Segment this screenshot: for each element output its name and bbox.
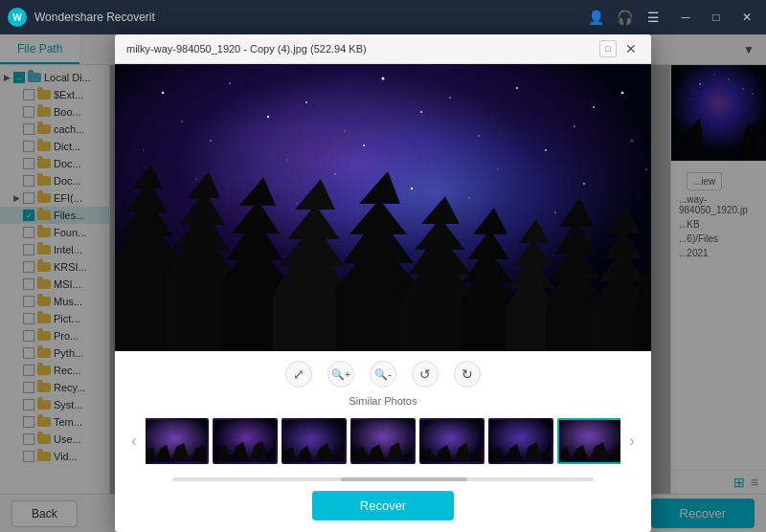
app-title: Wondershare Recoverit xyxy=(34,11,588,24)
window-controls: ─ □ ✕ xyxy=(674,6,758,29)
close-button[interactable]: ✕ xyxy=(735,6,758,29)
modal-recover-row: Recover xyxy=(115,485,651,532)
svg-point-31 xyxy=(478,135,479,136)
svg-point-37 xyxy=(411,188,413,189)
svg-point-16 xyxy=(305,101,307,103)
svg-point-18 xyxy=(449,97,451,99)
thumb-next-button[interactable]: › xyxy=(620,412,643,470)
modal-header-buttons: □ ✕ xyxy=(599,40,640,57)
svg-point-15 xyxy=(229,82,231,84)
svg-point-38 xyxy=(497,168,498,169)
svg-point-36 xyxy=(334,173,335,174)
account-icon[interactable]: 👤 xyxy=(588,10,603,25)
similar-photos-label: Similar Photos xyxy=(115,391,651,412)
modal-title: milky-way-984050_1920 - Copy (4).jpg (52… xyxy=(126,43,367,55)
title-bar: W Wondershare Recoverit 👤 🎧 ☰ ─ □ ✕ xyxy=(0,0,766,34)
rotate-left-icon: ↺ xyxy=(419,366,431,382)
thumbnail-item-6[interactable] xyxy=(488,418,553,464)
menu-icon[interactable]: ☰ xyxy=(645,10,661,25)
rotate-left-button[interactable]: ↺ xyxy=(412,361,439,388)
svg-point-34 xyxy=(195,178,196,179)
svg-point-33 xyxy=(631,140,633,142)
thumbnails-container xyxy=(146,418,620,464)
svg-point-22 xyxy=(267,116,269,118)
modal-preview-image xyxy=(115,64,651,351)
thumbnail-item-5[interactable] xyxy=(419,418,484,464)
thumbnail-scrollbar-thumb xyxy=(341,477,467,481)
thumbnail-item-1[interactable] xyxy=(146,418,209,464)
svg-point-20 xyxy=(593,106,595,108)
rotate-right-icon: ↻ xyxy=(462,366,473,382)
svg-point-40 xyxy=(645,168,646,169)
rotate-right-button[interactable]: ↻ xyxy=(454,361,481,388)
fullscreen-button[interactable]: ⤢ xyxy=(285,361,312,388)
modal-close-button[interactable]: ✕ xyxy=(622,40,640,57)
zoom-out-button[interactable]: 🔍- xyxy=(370,361,396,388)
modal-header: milky-way-984050_1920 - Copy (4).jpg (52… xyxy=(115,34,651,64)
thumbnails-row: ‹ xyxy=(115,412,651,477)
app-logo: W xyxy=(8,8,27,27)
svg-point-23 xyxy=(344,130,345,131)
thumbnail-scrollbar[interactable] xyxy=(172,477,594,481)
thumbnail-item-3[interactable] xyxy=(282,418,347,464)
svg-point-28 xyxy=(210,140,212,142)
svg-point-27 xyxy=(144,150,145,151)
svg-point-32 xyxy=(545,149,547,151)
svg-point-25 xyxy=(574,125,575,127)
thumbnail-item-7[interactable] xyxy=(557,418,620,464)
svg-point-24 xyxy=(420,111,422,113)
thumbnail-item-4[interactable] xyxy=(350,418,416,464)
svg-point-46 xyxy=(554,211,556,213)
svg-point-43 xyxy=(296,202,297,203)
svg-point-39 xyxy=(583,183,585,185)
headset-icon[interactable]: 🎧 xyxy=(617,10,632,25)
svg-point-17 xyxy=(382,78,385,80)
svg-point-45 xyxy=(468,197,469,198)
logo-letter: W xyxy=(12,12,21,23)
modal-controls: ⤢ 🔍+ 🔍- ↺ ↻ xyxy=(115,351,651,391)
svg-point-30 xyxy=(363,144,365,146)
modal-restore-button[interactable]: □ xyxy=(599,40,617,57)
fullscreen-icon: ⤢ xyxy=(293,366,304,382)
thumbnail-item-2[interactable] xyxy=(213,418,278,464)
svg-point-21 xyxy=(181,121,182,122)
svg-point-14 xyxy=(162,92,164,94)
modal-recover-button[interactable]: Recover xyxy=(312,491,454,521)
svg-point-26 xyxy=(621,92,624,95)
title-bar-icons: 👤 🎧 ☰ xyxy=(588,10,661,25)
zoom-in-button[interactable]: 🔍+ xyxy=(327,361,354,388)
zoom-in-icon: 🔍+ xyxy=(331,368,350,381)
zoom-out-icon: 🔍- xyxy=(374,368,392,381)
thumb-prev-button[interactable]: ‹ xyxy=(123,412,146,470)
preview-modal: milky-way-984050_1920 - Copy (4).jpg (52… xyxy=(115,34,651,532)
svg-point-29 xyxy=(286,159,287,160)
preview-modal-overlay: milky-way-984050_1920 - Copy (4).jpg (52… xyxy=(0,34,766,532)
svg-point-19 xyxy=(516,87,518,89)
maximize-button[interactable]: □ xyxy=(705,6,728,29)
minimize-button[interactable]: ─ xyxy=(674,6,697,29)
